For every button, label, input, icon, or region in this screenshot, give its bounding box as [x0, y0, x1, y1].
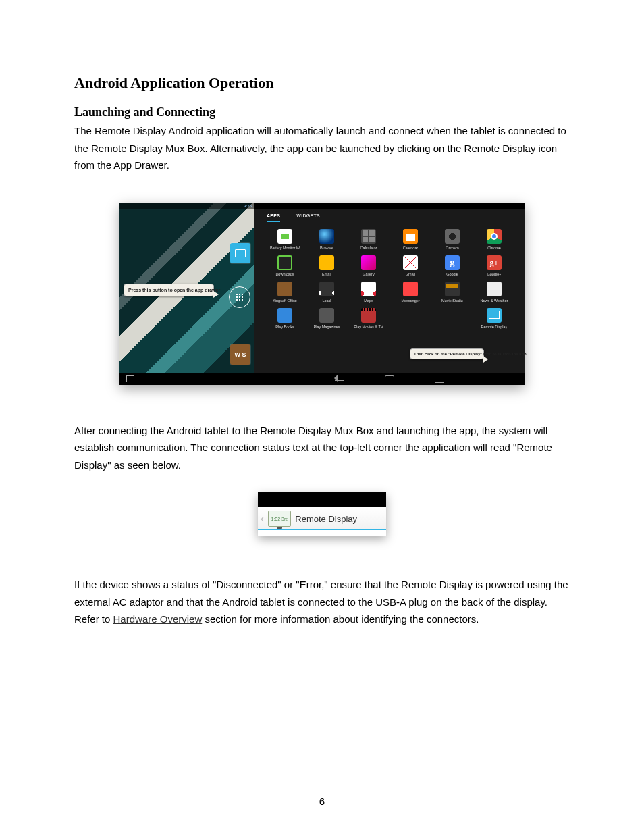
app-label: Google+	[487, 272, 502, 276]
app-label: Google	[446, 272, 458, 276]
app-label: Email	[322, 272, 331, 276]
app-icon[interactable]: Battery Monitor W	[267, 229, 303, 250]
status-bar-left: 3:26	[119, 203, 254, 209]
app-drawer-pane: APPS WIDGETS Battery Monitor WBrowserCal…	[254, 203, 525, 385]
app-icon[interactable]: Camera	[434, 229, 471, 250]
battery-monitor-w-icon	[277, 229, 292, 244]
connection-status-label: Remote Display	[295, 514, 357, 524]
figure-status-snippet: ‹ 1:02 3rd Remote Display	[258, 492, 386, 536]
app-icon[interactable]: Play Movies & TV	[350, 308, 387, 329]
app-icon[interactable]: News & Weather	[476, 282, 512, 303]
maps-icon	[361, 282, 376, 296]
app-icon[interactable]: Maps	[350, 282, 387, 303]
email-icon	[319, 255, 334, 270]
downloads-icon	[277, 255, 292, 270]
dock-kingsoft-icon[interactable]: W S	[230, 344, 250, 365]
status-bar-black	[258, 492, 386, 507]
app-label: Chrome	[487, 246, 501, 250]
paragraph-1: The Remote Display Android application w…	[74, 122, 570, 174]
tab-apps[interactable]: APPS	[267, 213, 280, 222]
app-label: Downloads	[275, 272, 294, 276]
news-weather-icon	[487, 282, 502, 296]
app-label: Play Movies & TV	[354, 325, 383, 329]
status-bar-right	[254, 203, 525, 209]
heading-1: Android Application Operation	[74, 74, 570, 92]
app-label: Battery Monitor W	[270, 246, 300, 250]
movie-studio-icon	[445, 282, 460, 296]
app-icon[interactable]: gGoogle	[434, 255, 471, 276]
kingsoft-office-icon	[277, 282, 292, 296]
app-icon[interactable]: Kingsoft Office	[267, 282, 303, 303]
recents-button[interactable]	[126, 375, 134, 382]
app-icon[interactable]: Messenger	[392, 282, 429, 303]
calendar-icon	[403, 229, 418, 244]
hardware-overview-link[interactable]: Hardware Overview	[113, 613, 203, 625]
app-label: Calendar	[403, 246, 418, 250]
app-label: Kingsoft Office	[273, 298, 297, 303]
app-icon[interactable]: Play Magazines	[308, 308, 345, 329]
dock-remote-display-icon[interactable]	[230, 243, 250, 263]
paragraph-3b: section for more information about ident…	[202, 613, 479, 625]
nav-back-button[interactable]	[335, 376, 344, 381]
app-icon[interactable]: Remote Display	[476, 308, 512, 329]
app-label: Play Books	[275, 325, 294, 329]
app-label: Local	[322, 298, 331, 303]
app-label: Play Magazines	[314, 325, 340, 329]
app-icon	[434, 308, 471, 329]
app-label: Camera	[446, 246, 459, 250]
heading-2: Launching and Connecting	[74, 105, 570, 120]
navbar-left	[119, 373, 254, 385]
nav-home-button[interactable]	[385, 375, 394, 382]
home-screen-pane: 3:26 W S Press this button to open the a…	[119, 203, 254, 385]
app-icon[interactable]: Chrome	[476, 229, 512, 250]
gallery-icon	[361, 255, 376, 270]
app-icon[interactable]: Email	[308, 255, 345, 276]
google--icon: g+	[487, 255, 502, 270]
play-magazines-icon	[319, 308, 334, 323]
paragraph-2: After connecting the Android tablet to t…	[74, 422, 570, 474]
gmail-icon	[403, 255, 418, 270]
tab-widgets[interactable]: WIDGETS	[296, 213, 320, 222]
calculator-icon	[361, 229, 376, 244]
app-label: Gmail	[406, 272, 415, 276]
figure-app-drawer: 3:26 W S Press this button to open the a…	[119, 203, 525, 385]
app-icon[interactable]: Calendar	[392, 229, 429, 250]
app-label: Maps	[364, 298, 373, 303]
callout-open-drawer: Press this button to open the app drawer	[124, 284, 214, 296]
remote-display-app-icon: 1:02 3rd	[268, 511, 291, 527]
page-number: 6	[0, 796, 644, 807]
browser-icon	[319, 229, 334, 244]
app-label: Gallery	[363, 272, 374, 276]
app-icon	[392, 308, 429, 329]
app-icon[interactable]: Gmail	[392, 255, 429, 276]
remote-display-icon	[487, 308, 502, 323]
play-books-icon	[277, 308, 292, 323]
app-icon[interactable]: Downloads	[267, 255, 303, 276]
back-chevron-icon[interactable]: ‹	[261, 513, 264, 524]
app-label: Remote Display	[481, 325, 508, 329]
navbar-right	[254, 373, 525, 385]
app-label: Calculator	[360, 246, 377, 250]
app-drawer-button[interactable]	[229, 286, 250, 308]
app-icon[interactable]: g+Google+	[476, 255, 512, 276]
callout-remote-display: Then click on the "Remote Display" icon …	[410, 348, 484, 359]
app-icon[interactable]: Movie Studio	[434, 282, 471, 303]
app-label: Messenger	[401, 298, 419, 303]
messenger-icon	[403, 282, 418, 296]
app-label: Browser	[320, 246, 333, 250]
play-movies-tv-icon	[361, 308, 376, 323]
app-icon[interactable]: Browser	[308, 229, 345, 250]
app-icon[interactable]: Calculator	[350, 229, 387, 250]
camera-icon	[445, 229, 460, 244]
nav-recents-button[interactable]	[435, 375, 444, 383]
local-icon	[319, 282, 334, 296]
app-label: News & Weather	[480, 298, 508, 303]
app-icon[interactable]: Local	[308, 282, 345, 303]
app-label: Movie Studio	[441, 298, 463, 303]
google-icon: g	[445, 255, 460, 270]
app-icon[interactable]: Gallery	[350, 255, 387, 276]
chrome-icon	[487, 229, 502, 244]
paragraph-3: If the device shows a status of "Disconn…	[74, 576, 570, 628]
app-icon[interactable]: Play Books	[267, 308, 303, 329]
